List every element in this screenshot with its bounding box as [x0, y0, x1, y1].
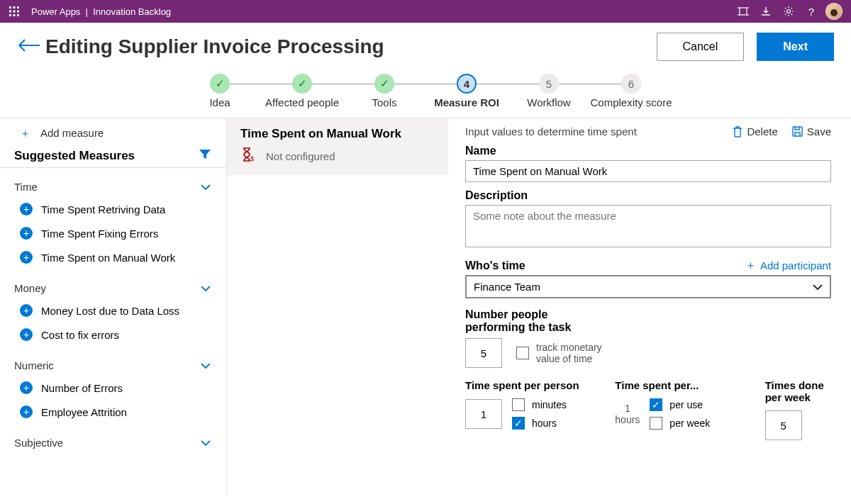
middle-panel: Time Spent on Manual Work $ Not configur… [227, 118, 448, 493]
right-panel: Input values to determine time spent Del… [448, 118, 851, 493]
step-affected-people[interactable]: ✓Affected people [261, 74, 343, 109]
name-field[interactable] [465, 160, 831, 182]
gear-icon[interactable] [777, 0, 800, 23]
num-people-label: Number people performing the task [465, 308, 593, 334]
page-title: Editing Supplier Invoice Processing [45, 35, 384, 58]
time-per-person-label: Time spent per person [465, 379, 591, 391]
measure-card-title: Time Spent on Manual Work [240, 127, 437, 141]
suggestion-item[interactable]: +Money Lost due to Data Loss [0, 298, 226, 323]
whos-time-select[interactable]: Finance Team [465, 275, 831, 298]
suggestion-item[interactable]: +Cost to fix errors [0, 323, 226, 347]
whos-time-label: Who's time [465, 259, 525, 272]
svg-rect-4 [13, 11, 16, 13]
add-circle-icon: + [20, 203, 33, 215]
svg-rect-6 [9, 14, 11, 16]
svg-rect-7 [13, 14, 16, 16]
description-field[interactable] [465, 205, 831, 247]
fit-icon[interactable] [732, 0, 755, 23]
suggested-measures-title: Suggested Measures [14, 149, 135, 163]
add-measure-button[interactable]: ＋Add measure [0, 118, 226, 146]
suggestion-item[interactable]: +Time Spent on Manual Work [0, 245, 226, 269]
svg-rect-0 [9, 6, 11, 9]
chevron-down-icon [201, 181, 211, 193]
add-circle-icon: + [20, 405, 33, 418]
cancel-button[interactable]: Cancel [657, 33, 745, 61]
suggestion-item[interactable]: +Number of Errors [0, 376, 226, 400]
num-people-field[interactable] [465, 338, 502, 368]
step-tools[interactable]: ✓Tools [343, 74, 425, 109]
times-done-field[interactable] [765, 410, 802, 440]
avatar[interactable] [825, 3, 842, 20]
group-money[interactable]: Money [0, 269, 226, 298]
download-icon[interactable] [755, 0, 777, 23]
chevron-down-icon [201, 359, 211, 371]
per-week-checkbox[interactable] [650, 417, 662, 430]
topbar-title: Power Apps | Innovation Backlog [31, 6, 171, 17]
app-topbar: Power Apps | Innovation Backlog ? [0, 0, 851, 23]
group-numeric[interactable]: Numeric [0, 347, 226, 376]
help-icon[interactable]: ? [800, 0, 823, 23]
next-button[interactable]: Next [757, 33, 834, 61]
svg-rect-16 [793, 127, 802, 136]
suggestion-item[interactable]: +Employee Attrition [0, 400, 226, 424]
svg-rect-1 [13, 6, 16, 9]
svg-rect-8 [17, 14, 19, 16]
delete-button[interactable]: Delete [733, 125, 777, 138]
svg-rect-3 [9, 11, 11, 13]
description-label: Description [465, 189, 831, 202]
track-monetary-checkbox[interactable] [516, 347, 529, 359]
suggestion-item[interactable]: +Time Spent Fixing Errors [0, 221, 226, 245]
track-monetary-label: track monetary value of time [536, 342, 614, 364]
add-circle-icon: + [20, 251, 33, 264]
name-label: Name [465, 145, 831, 157]
waffle-icon[interactable] [6, 3, 23, 20]
time-spent-per-label: Time spent per... [615, 379, 740, 391]
group-time[interactable]: Time [0, 168, 226, 197]
add-circle-icon: + [20, 227, 33, 240]
back-arrow-icon[interactable] [17, 38, 45, 55]
suggestion-item[interactable]: +Time Spent Retriving Data [0, 197, 226, 221]
time-per-unit-display: 1 hours [615, 403, 640, 425]
save-button[interactable]: Save [792, 125, 831, 138]
minutes-checkbox[interactable] [512, 398, 525, 411]
per-use-checkbox[interactable]: ✓ [650, 398, 662, 411]
add-participant-button[interactable]: ＋Add participant [745, 259, 831, 272]
svg-rect-2 [17, 6, 19, 9]
hours-checkbox[interactable]: ✓ [512, 417, 525, 430]
svg-text:$: $ [250, 155, 254, 162]
step-workflow[interactable]: 5Workflow [508, 74, 590, 109]
chevron-down-icon [813, 281, 823, 293]
wizard-steps: ✓Idea ✓Affected people ✓Tools 4Measure R… [0, 69, 851, 118]
svg-rect-9 [740, 8, 747, 15]
chevron-down-icon [201, 282, 211, 294]
hourglass-money-icon: $ [240, 147, 256, 165]
filter-icon[interactable] [199, 150, 211, 162]
measure-card[interactable]: Time Spent on Manual Work $ Not configur… [227, 118, 448, 176]
time-per-person-field[interactable] [465, 399, 502, 429]
times-done-label: Times done per week [765, 379, 831, 403]
measure-card-status: Not configured [266, 150, 335, 162]
add-circle-icon: + [20, 381, 33, 394]
svg-rect-5 [17, 11, 19, 13]
chevron-down-icon [201, 437, 211, 449]
plus-icon: ＋ [20, 127, 30, 139]
page-header: Editing Supplier Invoice Processing Canc… [0, 23, 851, 69]
form-instruction: Input values to determine time spent [465, 125, 718, 138]
group-subjective[interactable]: Subjective [0, 424, 226, 453]
plus-icon: ＋ [745, 259, 756, 272]
svg-point-14 [787, 10, 791, 13]
step-idea[interactable]: ✓Idea [179, 74, 261, 109]
add-circle-icon: + [20, 304, 33, 317]
step-complexity[interactable]: 6Complexity score [590, 74, 672, 109]
left-panel: ＋Add measure Suggested Measures Time +Ti… [0, 118, 227, 493]
add-circle-icon: + [20, 328, 33, 341]
step-measure-roi[interactable]: 4Measure ROI [425, 74, 508, 109]
